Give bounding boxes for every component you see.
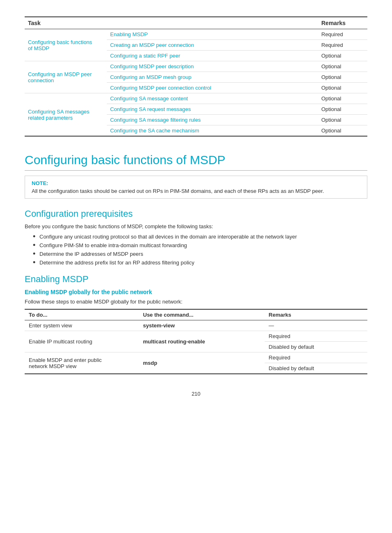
- task-group-cell: Configuring an MSDP peerconnection: [25, 61, 107, 93]
- table-row: Configuring an MSDP peerconnection Confi…: [25, 61, 367, 72]
- list-item: Configure any unicast routing protocol s…: [33, 234, 367, 240]
- section-divider: [25, 170, 367, 171]
- usecmd-col-header: Use the command...: [139, 309, 265, 320]
- list-item: Determine the address prefix list for an…: [33, 260, 367, 266]
- remarks-cell: Optional: [318, 104, 367, 115]
- link-cell[interactable]: Creating an MSDP peer connection: [107, 40, 318, 51]
- enabling-msdp-title: Enabling MSDP: [25, 274, 367, 285]
- link-col-header: [107, 17, 318, 29]
- remarks-cell: Optional: [318, 72, 367, 83]
- remarks-cell: Optional: [318, 61, 367, 72]
- task-group-cell: Configuring basic functionsof MSDP: [25, 29, 107, 61]
- config-prerequisites-intro: Before you configure the basic functions…: [25, 223, 367, 229]
- main-section-title: Configuring basic functions of MSDP: [25, 153, 367, 167]
- todo-cell: Enable IP multicast routing: [25, 331, 139, 352]
- list-item: Determine the IP addresses of MSDP peers: [33, 251, 367, 257]
- cmd-remarks-cell: Disabled by default: [265, 363, 367, 374]
- cmd-table-row: Enter system view system-view —: [25, 320, 367, 331]
- link-cell[interactable]: Configuring SA message content: [107, 93, 318, 104]
- remarks-cell: Optional: [318, 115, 367, 125]
- note-label: NOTE:: [32, 180, 360, 186]
- task-col-header: Task: [25, 17, 107, 29]
- link-cell[interactable]: Configuring SA request messages: [107, 104, 318, 115]
- config-prerequisites-title: Configuration prerequisites: [25, 209, 367, 219]
- link-cell[interactable]: Enabling MSDP: [107, 29, 318, 40]
- link-cell[interactable]: Configuring MSDP peer description: [107, 61, 318, 72]
- todo-cell: Enter system view: [25, 320, 139, 331]
- task-table: Task Remarks Configuring basic functions…: [25, 16, 367, 137]
- remarks-cell: Required: [318, 40, 367, 51]
- enabling-msdp-sub: Enabling MSDP globally for the public ne…: [25, 289, 367, 295]
- enabling-msdp-intro: Follow these steps to enable MSDP global…: [25, 299, 367, 305]
- remarks-cell: Optional: [318, 51, 367, 61]
- list-item: Configure PIM-SM to enable intra-domain …: [33, 242, 367, 248]
- remarks-cell: Optional: [318, 83, 367, 93]
- todo-cell: Enable MSDP and enter publicnetwork MSDP…: [25, 352, 139, 374]
- remarks-col-header: Remarks: [318, 17, 367, 29]
- link-cell[interactable]: Configuring an MSDP mesh group: [107, 72, 318, 83]
- todo-col-header: To do...: [25, 309, 139, 320]
- task-group-cell: Configuring SA messagesrelated parameter…: [25, 93, 107, 137]
- link-cell[interactable]: Configuring SA message filtering rules: [107, 115, 318, 125]
- cmd-remarks-cell: Disabled by default: [265, 342, 367, 352]
- page-number: 210: [25, 391, 367, 397]
- config-prerequisites-list: Configure any unicast routing protocol s…: [33, 234, 367, 266]
- cmd-remarks-cell: Required: [265, 331, 367, 342]
- cmd-table: To do... Use the command... Remarks Ente…: [25, 309, 367, 374]
- note-text: All the configuration tasks should be ca…: [32, 188, 360, 194]
- table-row: Configuring basic functionsof MSDP Enabl…: [25, 29, 367, 40]
- remarks-cell: Required: [318, 29, 367, 40]
- cmd-table-row: Enable MSDP and enter publicnetwork MSDP…: [25, 352, 367, 363]
- link-cell[interactable]: Configuring MSDP peer connection control: [107, 83, 318, 93]
- cmd-cell: multicast routing-enable: [139, 331, 265, 352]
- cmd-remarks-cell: Required: [265, 352, 367, 363]
- cmd-cell: system-view: [139, 320, 265, 331]
- remarks-cell: Optional: [318, 125, 367, 137]
- remarks-cell: Optional: [318, 93, 367, 104]
- note-box: NOTE: All the configuration tasks should…: [25, 176, 367, 199]
- cmd-remarks-col-header: Remarks: [265, 309, 367, 320]
- cmd-remarks-cell: —: [265, 320, 367, 331]
- link-cell[interactable]: Configuring the SA cache mechanism: [107, 125, 318, 137]
- cmd-cell: msdp: [139, 352, 265, 374]
- cmd-table-row: Enable IP multicast routing multicast ro…: [25, 331, 367, 342]
- link-cell[interactable]: Configuring a static RPF peer: [107, 51, 318, 61]
- table-row: Configuring SA messagesrelated parameter…: [25, 93, 367, 104]
